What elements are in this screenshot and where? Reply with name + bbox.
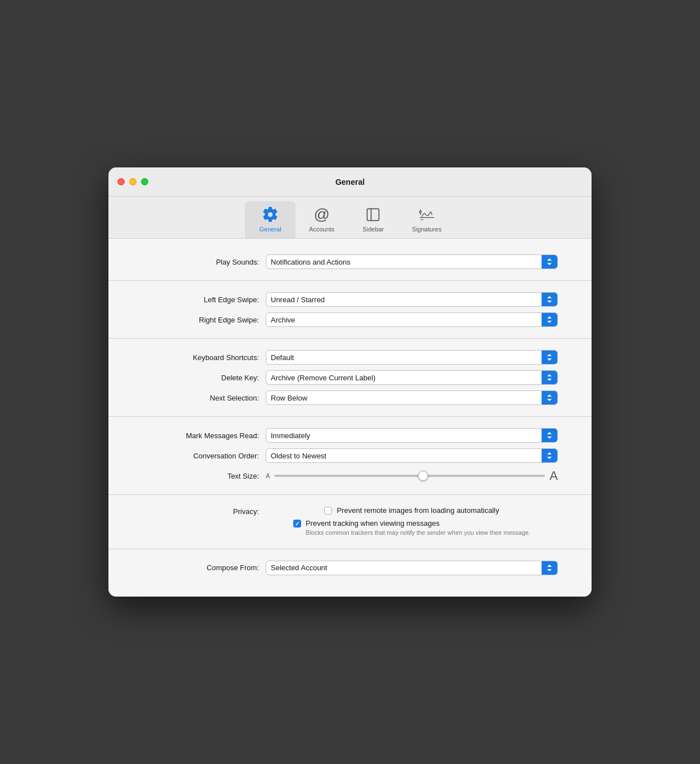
tab-accounts[interactable]: @ Accounts [296, 201, 348, 238]
next-selection-row: Next Selection: Row Below [142, 390, 558, 405]
settings-window: General General @ Accounts [108, 167, 592, 596]
play-sounds-select[interactable]: Notifications and Actions [266, 254, 558, 269]
divider-3 [108, 416, 592, 417]
divider-4 [108, 494, 592, 495]
tab-general[interactable]: General [245, 201, 296, 238]
left-edge-swipe-label: Left Edge Swipe: [142, 295, 266, 304]
text-size-large-label: A [549, 469, 558, 483]
privacy-checkbox-1-wrapper[interactable]: Prevent remote images from loading autom… [324, 506, 499, 515]
right-edge-swipe-select[interactable]: Archive [266, 312, 558, 327]
privacy-section: Privacy: Prevent remote images from load… [108, 506, 592, 537]
compose-from-section: Compose From: Selected Account [108, 561, 592, 575]
tab-general-label: General [260, 226, 281, 233]
privacy-row: Privacy: Prevent remote images from load… [142, 506, 558, 537]
tab-signatures[interactable]: Signatures [398, 201, 455, 238]
left-edge-swipe-select[interactable]: Unread / Starred [266, 292, 558, 307]
close-button[interactable] [117, 178, 125, 185]
privacy-label: Privacy: [142, 506, 266, 516]
right-edge-swipe-value: Archive [266, 316, 542, 324]
maximize-button[interactable] [141, 178, 148, 185]
delete-key-row: Delete Key: Archive (Remove Current Labe… [142, 370, 558, 385]
keyboard-shortcuts-arrow[interactable] [542, 350, 557, 365]
conversation-order-value: Oldest to Newest [266, 452, 542, 460]
compose-from-value: Selected Account [266, 563, 542, 572]
tab-sidebar[interactable]: Sidebar [348, 201, 398, 238]
delete-key-value: Archive (Remove Current Label) [266, 374, 542, 382]
text-size-control: A A [266, 469, 558, 483]
next-selection-arrow[interactable] [542, 390, 557, 405]
right-edge-swipe-control: Archive [266, 312, 558, 327]
keyboard-shortcuts-control: Default [266, 350, 558, 365]
toolbar: General @ Accounts Sidebar [108, 197, 592, 239]
edge-swipe-section: Left Edge Swipe: Unread / Starred Right … [108, 292, 592, 327]
privacy-control: Prevent remote images from loading autom… [266, 506, 558, 537]
tab-sidebar-label: Sidebar [362, 226, 384, 233]
mark-section: Mark Messages Read: Immediately Conversa… [108, 428, 592, 483]
traffic-lights [117, 178, 148, 185]
next-selection-control: Row Below [266, 390, 558, 405]
keyboard-shortcuts-value: Default [266, 353, 542, 362]
left-edge-swipe-value: Unread / Starred [266, 295, 542, 304]
delete-key-label: Delete Key: [142, 374, 266, 382]
play-sounds-label: Play Sounds: [142, 258, 266, 266]
privacy-checkbox-2-description: Blocks common trackers that may notify t… [306, 529, 530, 537]
play-sounds-control: Notifications and Actions [266, 254, 558, 269]
conversation-order-row: Conversation Order: Oldest to Newest [142, 448, 558, 463]
privacy-checkbox-2[interactable] [293, 520, 301, 527]
play-sounds-row: Play Sounds: Notifications and Actions [142, 254, 558, 269]
minimize-button[interactable] [129, 178, 137, 185]
tab-signatures-label: Signatures [412, 226, 442, 233]
conversation-order-arrow[interactable] [542, 448, 557, 463]
delete-key-control: Archive (Remove Current Label) [266, 370, 558, 385]
right-edge-swipe-arrow[interactable] [542, 312, 557, 327]
privacy-checkbox-2-wrapper[interactable]: Prevent tracking when viewing messages [293, 519, 530, 527]
privacy-checkbox-1-label: Prevent remote images from loading autom… [337, 506, 499, 515]
text-size-small-label: A [266, 472, 270, 479]
next-selection-select[interactable]: Row Below [266, 390, 558, 405]
text-size-slider[interactable] [274, 475, 545, 477]
next-selection-label: Next Selection: [142, 394, 266, 402]
slider-row: A A [266, 469, 558, 483]
keyboard-section: Keyboard Shortcuts: Default Delete Key: … [108, 350, 592, 405]
left-edge-swipe-control: Unread / Starred [266, 292, 558, 307]
right-edge-swipe-row: Right Edge Swipe: Archive [142, 312, 558, 327]
mark-messages-read-select[interactable]: Immediately [266, 428, 558, 443]
privacy-checkbox-2-label: Prevent tracking when viewing messages [306, 519, 439, 527]
conversation-order-label: Conversation Order: [142, 452, 266, 460]
play-sounds-arrow[interactable] [542, 254, 557, 269]
settings-content: Play Sounds: Notifications and Actions L… [108, 239, 592, 596]
mark-messages-read-label: Mark Messages Read: [142, 431, 266, 440]
compose-from-arrow[interactable] [542, 561, 557, 575]
mark-messages-read-arrow[interactable] [542, 428, 557, 443]
tab-accounts-label: Accounts [309, 226, 334, 233]
compose-from-select[interactable]: Selected Account [266, 561, 558, 575]
compose-from-row: Compose From: Selected Account [142, 561, 558, 575]
svg-rect-0 [367, 209, 379, 221]
keyboard-shortcuts-row: Keyboard Shortcuts: Default [142, 350, 558, 365]
mark-messages-read-value: Immediately [266, 431, 542, 440]
gear-icon [261, 206, 279, 224]
play-sounds-section: Play Sounds: Notifications and Actions [108, 254, 592, 269]
divider-2 [108, 338, 592, 339]
next-selection-value: Row Below [266, 394, 542, 402]
conversation-order-select[interactable]: Oldest to Newest [266, 448, 558, 463]
privacy-checkbox-1[interactable] [324, 507, 332, 515]
sidebar-icon [364, 206, 382, 224]
delete-key-select[interactable]: Archive (Remove Current Label) [266, 370, 558, 385]
keyboard-shortcuts-select[interactable]: Default [266, 350, 558, 365]
slider-wrapper [274, 475, 545, 477]
compose-from-control: Selected Account [266, 561, 558, 575]
text-size-row: Text Size: A A [142, 469, 558, 483]
mark-messages-read-row: Mark Messages Read: Immediately [142, 428, 558, 443]
right-edge-swipe-label: Right Edge Swipe: [142, 316, 266, 324]
at-icon: @ [313, 206, 331, 224]
divider-5 [108, 549, 592, 549]
delete-key-arrow[interactable] [542, 370, 557, 385]
divider-1 [108, 280, 592, 281]
title-bar: General [108, 167, 592, 197]
keyboard-shortcuts-label: Keyboard Shortcuts: [142, 353, 266, 362]
conversation-order-control: Oldest to Newest [266, 448, 558, 463]
mark-messages-read-control: Immediately [266, 428, 558, 443]
privacy-checkbox-2-group: Prevent tracking when viewing messages B… [293, 519, 530, 537]
left-edge-swipe-arrow[interactable] [542, 292, 557, 307]
